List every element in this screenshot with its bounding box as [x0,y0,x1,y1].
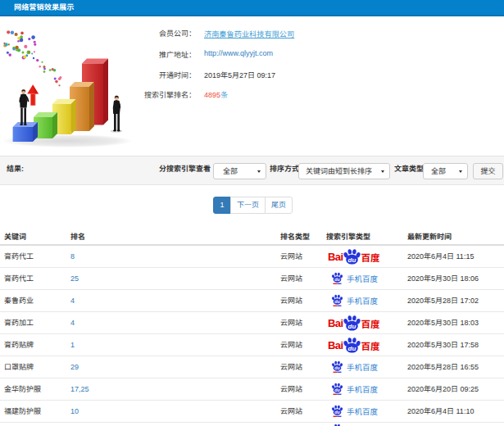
svg-text:du: du [334,387,340,392]
svg-text:du: du [334,277,340,282]
svg-text:du: du [348,323,356,330]
svg-text:du: du [334,299,340,304]
svg-text:du: du [348,256,356,264]
svg-text:du: du [334,365,340,370]
svg-text:du: du [348,345,356,352]
svg-text:du: du [334,410,340,415]
